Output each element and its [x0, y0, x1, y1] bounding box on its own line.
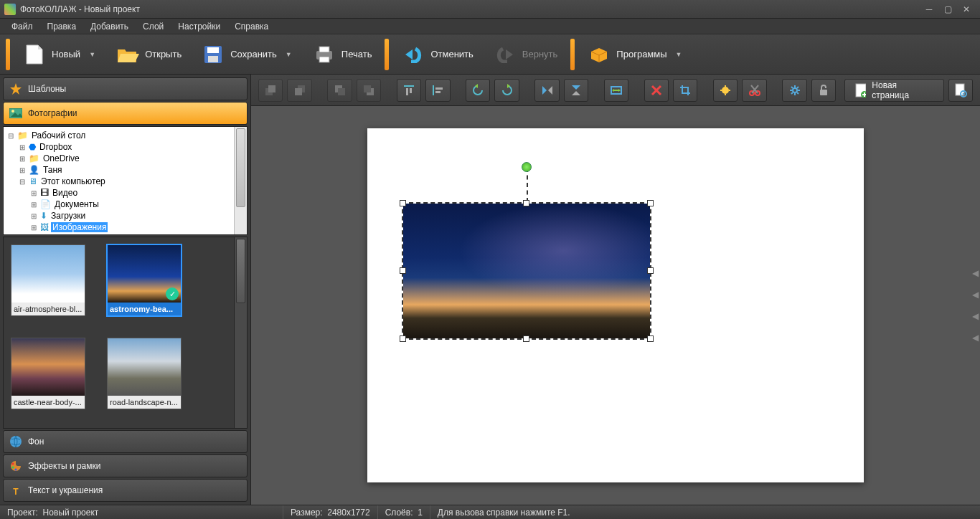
- toolbar-accent: [6, 39, 10, 70]
- tree-row-downloads[interactable]: ⊞⬇Загрузки: [5, 210, 245, 222]
- lock-icon[interactable]: [811, 79, 836, 102]
- programs-dropdown-icon[interactable]: ▼: [676, 51, 683, 58]
- tab-background[interactable]: Фон: [3, 430, 248, 453]
- svg-rect-27: [404, 85, 414, 87]
- thumb-3-caption: castle-near-body-...: [11, 396, 85, 409]
- new-button[interactable]: Новый ▼: [16, 39, 103, 70]
- layer-back-icon[interactable]: [287, 79, 311, 102]
- print-icon: [313, 43, 336, 66]
- handle-tr[interactable]: [647, 200, 654, 206]
- svg-point-16: [12, 467, 14, 469]
- open-label: Открыть: [145, 49, 182, 59]
- thumb-1[interactable]: air-atmosphere-bl...: [11, 244, 85, 316]
- statusbar: Проект: Новый проект Размер: 2480x1772 С…: [0, 505, 980, 519]
- flip-h-icon[interactable]: [534, 79, 559, 102]
- handle-bc[interactable]: [523, 335, 529, 342]
- tree-row-desktop[interactable]: ⊟📁Рабочий стол: [5, 130, 245, 141]
- palette-icon: [9, 460, 22, 472]
- undo-button[interactable]: Отменить: [395, 39, 480, 70]
- tree-row-computer[interactable]: ⊟🖥Этот компьютер: [5, 176, 245, 187]
- side-collapse-arrows[interactable]: ◀◀◀◀: [972, 268, 980, 343]
- svg-rect-4: [208, 56, 218, 62]
- svg-rect-29: [410, 88, 412, 93]
- handle-rc[interactable]: [647, 267, 654, 274]
- svg-marker-10: [10, 83, 22, 95]
- folder-tree: ⊟📁Рабочий стол ⊞⬣Dropbox ⊞📁OneDrive ⊞👤Та…: [3, 126, 248, 235]
- svg-rect-30: [433, 85, 434, 95]
- layer-front-icon[interactable]: [258, 79, 283, 102]
- open-button[interactable]: Открыть: [109, 39, 189, 70]
- handle-tc[interactable]: [523, 200, 529, 206]
- settings-icon[interactable]: [782, 79, 806, 102]
- window-title: ФотоКОЛЛАЖ - Новый проект: [20, 4, 920, 14]
- new-dropdown-icon[interactable]: ▼: [89, 51, 96, 58]
- tree-row-documents[interactable]: ⊞📄Документы: [5, 199, 245, 210]
- handle-tl[interactable]: [400, 200, 406, 206]
- layer-down-icon[interactable]: [357, 79, 381, 102]
- delete-icon[interactable]: [644, 79, 669, 102]
- close-button[interactable]: ✕: [957, 3, 976, 16]
- tree-row-images[interactable]: ⊞🖼Изображения: [5, 222, 245, 233]
- tree-row-onedrive[interactable]: ⊞📁OneDrive: [5, 153, 245, 164]
- crop-icon[interactable]: [673, 79, 697, 102]
- handle-lc[interactable]: [400, 267, 406, 274]
- rotate-left-icon[interactable]: [466, 79, 490, 102]
- tab-effects[interactable]: Эффекты и рамки: [3, 454, 248, 477]
- svg-point-45: [793, 88, 797, 92]
- status-project: Проект: Новый проект: [0, 505, 283, 519]
- magic-icon[interactable]: [713, 79, 738, 102]
- redo-button[interactable]: Вернуть: [486, 39, 565, 70]
- svg-rect-3: [207, 47, 219, 53]
- menu-layer[interactable]: Слой: [136, 19, 171, 34]
- thumb-scrollbar[interactable]: [234, 237, 247, 428]
- save-button[interactable]: Сохранить ▼: [194, 39, 300, 70]
- rotation-handle[interactable]: [522, 162, 532, 172]
- tab-text[interactable]: T Текст и украшения: [3, 479, 248, 502]
- align-left-icon[interactable]: [425, 79, 450, 102]
- tree-row-video[interactable]: ⊞🎞Видео: [5, 187, 245, 199]
- selected-image[interactable]: [402, 202, 651, 340]
- page[interactable]: [367, 128, 864, 482]
- menu-help[interactable]: Справка: [227, 19, 275, 34]
- app-icon: [4, 4, 16, 15]
- svg-text:T: T: [13, 487, 19, 497]
- tab-templates[interactable]: Шаблоны: [3, 77, 248, 100]
- text-icon: T: [9, 484, 22, 497]
- menu-edit[interactable]: Правка: [40, 19, 84, 34]
- page-settings-icon[interactable]: [948, 79, 973, 102]
- status-layers: Слоёв: 1: [378, 505, 430, 519]
- menu-file[interactable]: Файл: [4, 19, 40, 34]
- menu-settings[interactable]: Настройки: [171, 19, 227, 34]
- svg-point-51: [962, 92, 964, 95]
- thumb-2[interactable]: ✓ astronomy-bea...: [107, 244, 182, 316]
- cut-icon[interactable]: [742, 79, 766, 102]
- handle-bl[interactable]: [400, 335, 406, 342]
- save-label: Сохранить: [230, 49, 277, 59]
- undo-icon: [402, 43, 425, 66]
- tab-photos[interactable]: Фотографии: [3, 102, 248, 125]
- tree-row-dropbox[interactable]: ⊞⬣Dropbox: [5, 141, 245, 153]
- print-button[interactable]: Печать: [306, 39, 380, 70]
- handle-br[interactable]: [647, 335, 654, 342]
- thumb-2-caption: astronomy-bea...: [108, 303, 181, 315]
- layer-up-icon[interactable]: [327, 79, 352, 102]
- new-page-button[interactable]: Новая страница: [844, 79, 943, 102]
- star-icon: [9, 82, 22, 95]
- minimize-button[interactable]: ─: [920, 3, 938, 16]
- rotate-right-icon[interactable]: [494, 79, 519, 102]
- tree-scrollbar[interactable]: [234, 127, 247, 234]
- save-dropdown-icon[interactable]: ▼: [286, 51, 293, 58]
- flip-v-icon[interactable]: [564, 79, 588, 102]
- toolbar-accent-3: [570, 39, 575, 70]
- menu-add[interactable]: Добавить: [83, 19, 136, 34]
- tree-row-user[interactable]: ⊞👤Таня: [5, 164, 245, 176]
- programs-button[interactable]: Программы ▼: [580, 39, 689, 70]
- photo-icon: [9, 107, 22, 120]
- maximize-button[interactable]: ▢: [938, 3, 957, 16]
- new-file-icon: [23, 43, 46, 66]
- align-top-icon[interactable]: [397, 79, 421, 102]
- thumb-4[interactable]: road-landscape-n...: [107, 338, 182, 409]
- fit-width-icon[interactable]: [604, 79, 628, 102]
- canvas-area[interactable]: ◀◀◀◀: [251, 106, 980, 505]
- thumb-3[interactable]: castle-near-body-...: [11, 338, 85, 409]
